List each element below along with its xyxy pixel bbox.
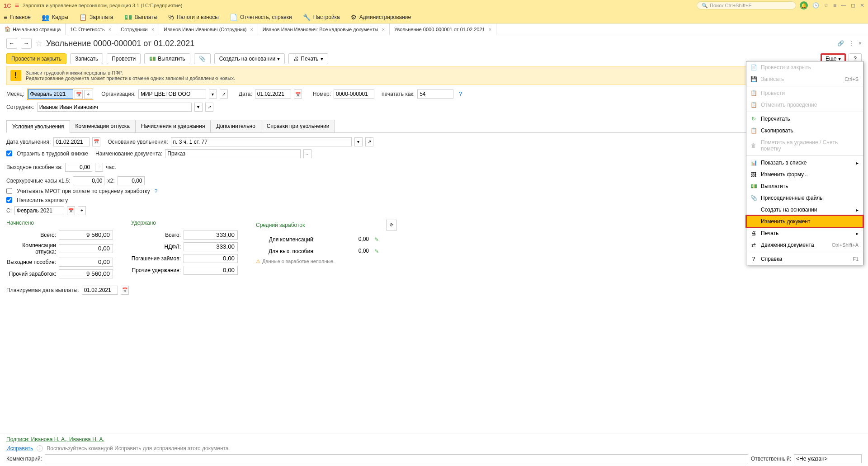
dropdown-item[interactable]: ⇄Движения документаCtrl+Shift+A [746, 239, 863, 251]
tab-close-icon[interactable]: × [151, 27, 154, 32]
org-input[interactable] [138, 89, 206, 99]
help-icon[interactable]: ? [155, 188, 158, 194]
dropdown-item[interactable]: ?СправкаF1 [746, 253, 863, 265]
tab-dismissal[interactable]: Увольнение 0000-000001 от 01.02.2021× [390, 24, 496, 35]
post-button[interactable]: Провести [107, 53, 141, 64]
pay-button[interactable]: 💵Выплатить [144, 53, 190, 64]
employee-input[interactable] [37, 103, 192, 112]
overtime-input[interactable] [73, 176, 104, 185]
post-close-button[interactable]: Провести и закрыть [6, 53, 66, 64]
menu-admin[interactable]: ⚙Администрирование [351, 14, 411, 21]
spinner-icon[interactable]: ÷ [78, 206, 86, 215]
tab-accruals[interactable]: Начисления и удержания [135, 120, 211, 132]
kebab-icon[interactable]: ⋮ [849, 40, 854, 47]
refresh-icon[interactable]: ⟳ [386, 220, 397, 231]
history-icon[interactable]: 🕓 [812, 2, 819, 9]
dropdown-item[interactable]: 🖨Печать▸ [746, 227, 863, 239]
tab-reporting[interactable]: 1С-Отчетность× [66, 24, 116, 35]
spinner-icon[interactable]: ÷ [84, 90, 92, 99]
tab-employee-card[interactable]: Иванов Иван Иванович (Сотрудник)× [159, 24, 258, 35]
severance-unit: час. [106, 164, 116, 170]
edit-icon[interactable]: ✎ [374, 248, 379, 254]
severance-input[interactable] [65, 163, 92, 172]
tab-close-icon[interactable]: × [108, 27, 111, 32]
open-icon[interactable]: ↗ [220, 89, 228, 99]
nav-back-button[interactable]: ← [6, 38, 17, 49]
search-placeholder: Поиск Ctrl+Shift+F [710, 3, 751, 8]
mrot-checkbox[interactable] [6, 188, 12, 194]
reflect-checkbox[interactable] [6, 151, 12, 156]
main-hamburger-icon[interactable]: ≡ [15, 1, 19, 9]
menu-taxes[interactable]: %Налоги и взносы [168, 14, 219, 21]
nav-forward-button[interactable]: → [21, 38, 32, 49]
edit-icon[interactable]: ✎ [374, 236, 379, 243]
dropdown-item[interactable]: 📋Скопировать [746, 125, 863, 137]
dropdown-item[interactable]: 📊Показать в списке▸ [746, 157, 863, 169]
print-label: Печать [301, 56, 318, 62]
dropdown-item[interactable]: Изменить документ [746, 216, 863, 227]
tab-close-icon[interactable]: × [250, 27, 253, 32]
dismissal-date-input[interactable] [53, 137, 90, 146]
from-input[interactable] [14, 206, 64, 215]
dropdown-icon[interactable]: ▾ [194, 103, 203, 112]
dropdown-icon[interactable]: ▾ [209, 89, 217, 99]
planned-date-input[interactable] [82, 286, 118, 295]
create-based-button[interactable]: Создать на основании ▾ [214, 53, 285, 64]
menu-reports[interactable]: 📄Отчетность, справки [230, 14, 292, 21]
print-as-input[interactable] [417, 89, 453, 99]
reason-input[interactable] [171, 137, 352, 146]
number-input[interactable] [334, 89, 374, 99]
spinner-icon[interactable]: ÷ [95, 163, 103, 172]
calendar-icon[interactable]: 📅 [67, 206, 75, 215]
tab-compensation[interactable]: Компенсации отпуска [70, 120, 136, 132]
open-icon[interactable]: ↗ [365, 137, 373, 146]
attach-button[interactable]: 📎 [194, 53, 211, 64]
link-icon[interactable]: 🔗 [837, 40, 844, 47]
notifications-icon[interactable]: 🔔 [800, 1, 808, 9]
tab-home[interactable]: 🏠Начальная страница [3, 24, 66, 35]
dropdown-item[interactable]: 💵Выплатить [746, 180, 863, 192]
menu-staff[interactable]: 👥Кадры [42, 14, 68, 21]
tab-certificates[interactable]: Справки при увольнении [261, 120, 335, 132]
tab-hr-docs[interactable]: Иванов Иван Иванович: Все кадровые докум… [258, 24, 390, 35]
dropdown-item[interactable]: ↻Перечитать [746, 113, 863, 125]
menu-icon[interactable]: ≡ [833, 2, 836, 9]
incomplete-text: Данные о заработке неполные. [262, 259, 335, 264]
calendar-icon[interactable]: 📅 [92, 137, 100, 146]
restore-icon[interactable]: ◻ [851, 2, 855, 9]
menu-main[interactable]: ≡Главное [4, 14, 31, 21]
tab-close-icon[interactable]: × [382, 27, 385, 32]
calendar-icon[interactable]: 📅 [294, 89, 302, 99]
help-icon[interactable]: ? [459, 91, 462, 97]
menu-salary[interactable]: 📋Зарплата [79, 14, 113, 21]
accrue-checkbox[interactable] [6, 197, 12, 203]
favorite-star-icon[interactable]: ☆ [35, 38, 42, 48]
month-input[interactable] [28, 89, 73, 99]
dropdown-item[interactable]: 📎Присоединенные файлы [746, 192, 863, 204]
doc-name-input[interactable] [165, 149, 301, 158]
print-button[interactable]: 🖨Печать ▾ [288, 53, 328, 64]
global-search-input[interactable]: 🔍 Поиск Ctrl+Shift+F [697, 1, 796, 9]
favorites-icon[interactable]: ☆ [824, 2, 829, 9]
open-icon[interactable]: ↗ [205, 103, 213, 112]
menu-settings[interactable]: 🔧Настройка [303, 14, 340, 21]
dropdown-item-icon: 🖼 [750, 171, 757, 178]
tab-employees[interactable]: Сотрудники× [116, 24, 159, 35]
calendar-icon[interactable]: 📅 [121, 286, 129, 295]
calendar-icon[interactable]: 📅 [75, 90, 83, 99]
save-button[interactable]: Записать [70, 53, 103, 64]
tab-additional[interactable]: Дополнительно [210, 120, 261, 132]
dropdown-item: 🗑Пометить на удаление / Снять пометку [746, 137, 863, 155]
menu-payments[interactable]: 💵Выплаты [124, 14, 158, 21]
dropdown-icon[interactable]: ▾ [354, 137, 363, 146]
minimize-icon[interactable]: — [841, 2, 846, 9]
x2-input[interactable] [118, 176, 145, 185]
tab-conditions[interactable]: Условия увольнения [6, 120, 70, 133]
doc-close-icon[interactable]: × [859, 40, 862, 47]
dropdown-item[interactable]: 🖼Изменить форму... [746, 169, 863, 180]
dropdown-item[interactable]: Создать на основании▸ [746, 204, 863, 216]
tab-close-icon[interactable]: × [489, 27, 491, 32]
ellipsis-icon[interactable]: … [303, 149, 311, 158]
close-icon[interactable]: ✕ [860, 2, 864, 9]
date-input[interactable] [255, 89, 291, 99]
